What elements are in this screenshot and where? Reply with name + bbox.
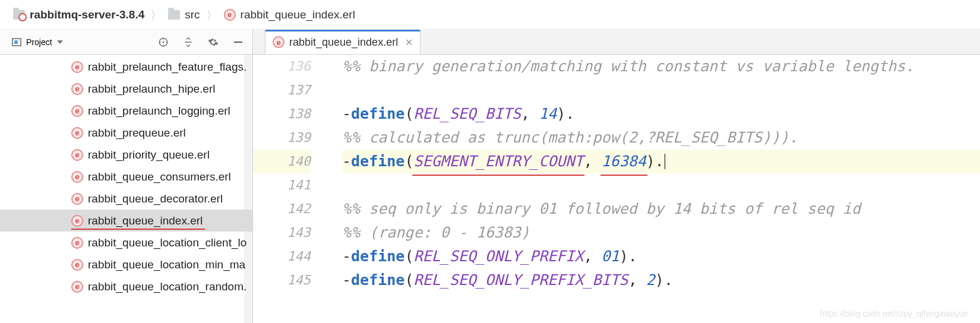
breadcrumb-separator-icon: 〉 — [204, 9, 220, 21]
line-number: 137 — [253, 78, 311, 102]
file-tree-item-label: rabbit_prelaunch_hipe.erl — [88, 83, 215, 96]
breadcrumb-project[interactable]: rabbitmq-server-3.8.4 — [13, 8, 144, 21]
file-tree-item-label: rabbit_queue_decorator.erl — [88, 192, 223, 205]
file-tree-item-label: rabbit_priority_queue.erl — [88, 148, 210, 162]
folder-icon — [168, 10, 180, 20]
breadcrumb-separator-icon: 〉 — [148, 9, 165, 21]
line-number: 139 — [253, 126, 311, 150]
dropdown-caret-icon[interactable] — [57, 40, 63, 44]
code-line[interactable]: -define(SEGMENT_ENTRY_COUNT, 16384). — [342, 150, 980, 173]
file-tree-item-label: rabbit_queue_index.erl — [88, 214, 203, 227]
file-tree-item-label: rabbit_prelaunch_logging.erl — [88, 104, 230, 118]
line-number: 138 — [253, 102, 311, 126]
editor-tab-active[interactable]: e rabbit_queue_index.erl ✕ — [265, 30, 421, 54]
line-number: 145 — [253, 268, 311, 292]
line-number: 144 — [253, 245, 311, 268]
editor-tab-label: rabbit_queue_index.erl — [289, 36, 398, 49]
file-tree-item[interactable]: erabbit_prelaunch_logging.erl — [0, 100, 252, 122]
erlang-file-icon: e — [224, 9, 236, 21]
code-line[interactable]: %% binary generation/matching with const… — [342, 55, 980, 78]
breadcrumb-file-label: rabbit_queue_index.erl — [241, 8, 355, 21]
text-cursor — [665, 154, 665, 169]
file-tree-item[interactable]: erabbit_queue_location_client_lo — [0, 232, 252, 254]
editor: e rabbit_queue_index.erl ✕ 1361371381391… — [253, 30, 980, 323]
code-line[interactable]: -define(REL_SEQ_ONLY_PREFIX, 01). — [342, 245, 980, 268]
line-number: 143 — [253, 221, 311, 245]
file-tree-item-label: rabbit_queue_location_random. — [88, 280, 246, 293]
code-line[interactable]: %% (range: 0 - 16383) — [342, 221, 980, 245]
close-icon[interactable]: ✕ — [403, 37, 413, 48]
erlang-file-icon: e — [273, 36, 284, 48]
line-number: 142 — [253, 197, 311, 221]
file-tree-item[interactable]: erabbit_queue_consumers.erl — [0, 166, 252, 188]
file-tree-item-label: rabbit_prequeue.erl — [88, 126, 186, 140]
file-tree-item-label: rabbit_queue_location_client_lo — [88, 236, 246, 249]
select-opened-file-icon[interactable] — [157, 36, 169, 48]
erlang-file-icon: e — [71, 83, 83, 95]
file-tree[interactable]: erabbit_prelaunch_feature_flags.erabbit_… — [0, 55, 252, 323]
file-tree-item[interactable]: erabbit_prelaunch_hipe.erl — [0, 78, 252, 100]
code-line[interactable] — [342, 78, 980, 102]
breadcrumb: rabbitmq-server-3.8.4 〉 src 〉 e rabbit_q… — [0, 0, 980, 30]
breadcrumb-folder[interactable]: src — [168, 8, 200, 21]
erlang-file-icon: e — [71, 259, 83, 271]
erlang-file-icon: e — [71, 171, 83, 183]
erlang-file-icon: e — [71, 61, 83, 73]
code-line[interactable]: %% seq only is binary 01 followed by 14 … — [342, 197, 980, 221]
project-panel: Project erabbit_prelaunch_feature_flags.… — [0, 30, 253, 323]
watermark: https://blog.csdn.net/rzpy_qifengxiaoyue — [820, 309, 968, 318]
code-area[interactable]: 136137138139140141142143144145 %% binary… — [253, 55, 980, 323]
erlang-file-icon: e — [71, 215, 83, 227]
file-tree-item[interactable]: erabbit_queue_location_min_ma — [0, 254, 252, 276]
erlang-file-icon: e — [71, 237, 83, 249]
line-number: 141 — [253, 173, 311, 197]
code-line[interactable]: %% calculated as trunc(math:pow(2,?REL_S… — [342, 126, 980, 150]
erlang-file-icon: e — [71, 127, 83, 139]
code-line[interactable]: -define(REL_SEQ_BITS, 14). — [342, 102, 980, 126]
gear-icon[interactable] — [207, 36, 219, 48]
hide-icon[interactable] — [232, 36, 244, 48]
file-tree-item[interactable]: erabbit_queue_location_random. — [0, 276, 252, 297]
file-tree-item[interactable]: erabbit_prelaunch_feature_flags. — [0, 56, 252, 78]
tool-window-icon — [12, 38, 21, 46]
line-number: 140 — [253, 150, 311, 173]
breadcrumb-file[interactable]: e rabbit_queue_index.erl — [224, 8, 355, 21]
file-tree-item[interactable]: erabbit_priority_queue.erl — [0, 144, 252, 166]
expand-all-icon[interactable] — [182, 36, 194, 48]
erlang-file-icon: e — [71, 105, 83, 117]
erlang-file-icon: e — [71, 193, 83, 205]
code-lines[interactable]: %% binary generation/matching with const… — [324, 55, 980, 323]
project-folder-icon — [13, 10, 25, 20]
line-number: 136 — [253, 55, 311, 78]
code-line[interactable]: -define(REL_SEQ_ONLY_PREFIX_BITS, 2). — [342, 268, 980, 292]
erlang-file-icon: e — [71, 149, 83, 161]
file-tree-item[interactable]: erabbit_queue_index.erl — [0, 210, 252, 232]
project-panel-header: Project — [0, 30, 252, 55]
file-tree-item[interactable]: erabbit_prequeue.erl — [0, 122, 252, 144]
editor-tab-bar: e rabbit_queue_index.erl ✕ — [253, 30, 980, 55]
file-tree-item-label: rabbit_queue_consumers.erl — [88, 170, 231, 183]
file-tree-item-label: rabbit_prelaunch_feature_flags. — [88, 61, 246, 74]
file-tree-item[interactable]: erabbit_queue_decorator.erl — [0, 188, 252, 210]
breadcrumb-project-label: rabbitmq-server-3.8.4 — [30, 8, 144, 21]
erlang-file-icon: e — [71, 281, 83, 293]
line-number-gutter: 136137138139140141142143144145 — [253, 55, 324, 323]
code-line[interactable] — [342, 173, 980, 197]
breadcrumb-folder-label: src — [185, 8, 200, 21]
svg-point-1 — [163, 41, 165, 43]
project-panel-title: Project — [26, 37, 52, 47]
file-tree-item-label: rabbit_queue_location_min_ma — [88, 258, 245, 271]
